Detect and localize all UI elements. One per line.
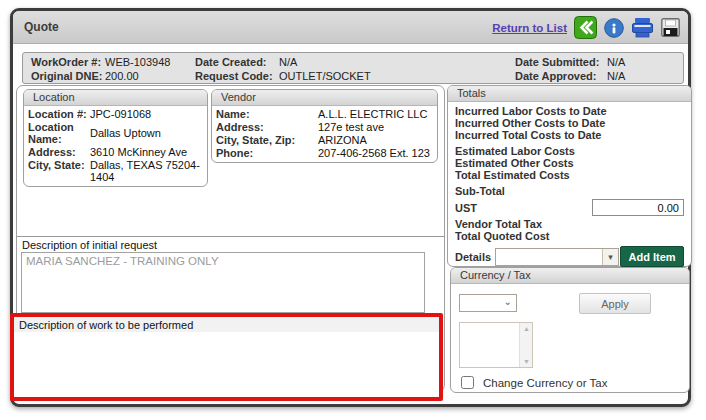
vendor-address-label: Address:: [216, 121, 318, 133]
change-currency-row: Change Currency or Tax: [461, 376, 607, 389]
save-icon[interactable]: [661, 18, 680, 37]
workorder-col-1: WorkOrder #: WEB-103948 Original DNE: 20…: [31, 55, 170, 83]
date-submitted-label: Date Submitted:: [515, 56, 607, 68]
ust-row: UST: [455, 199, 684, 216]
currency-tax-panel: Currency / Tax ⌄ Apply ▲ ▼ Change Curren…: [450, 267, 690, 393]
currency-tax-panel-header: Currency / Tax: [451, 268, 689, 284]
estimated-total-label: Total Estimated Costs: [455, 169, 684, 181]
location-panel-header: Location: [24, 90, 207, 106]
page-title: Quote: [24, 20, 59, 34]
location-name-value: Dallas Uptown: [90, 127, 203, 139]
total-quoted-cost-label: Total Quoted Cost: [455, 230, 684, 242]
incurred-total-label: Incurred Total Costs to Date: [455, 129, 684, 141]
date-submitted-value: N/A: [607, 56, 625, 68]
vendor-total-tax-label: Vendor Total Tax: [455, 218, 684, 230]
title-bar-actions: Return to List: [492, 11, 680, 44]
info-icon[interactable]: [604, 18, 624, 38]
incurred-other-label: Incurred Other Costs to Date: [455, 117, 684, 129]
request-code-value: OUTLET/SOCKET: [279, 70, 371, 82]
apply-button[interactable]: Apply: [579, 293, 651, 314]
initial-request-section: Description of initial request MARIA SAN…: [17, 236, 444, 313]
currency-select[interactable]: ⌄: [459, 294, 517, 312]
work-description-textarea[interactable]: [14, 332, 439, 397]
workorder-col-3: Date Submitted: N/A Date Approved: N/A: [515, 55, 625, 83]
date-created-label: Date Created:: [195, 56, 279, 68]
vendor-phone-label: Phone:: [216, 147, 318, 159]
vendor-address-value: 127e test ave: [318, 121, 433, 133]
details-label: Details: [455, 251, 491, 263]
location-city-state-value: Dallas, TEXAS 75204-1404: [90, 159, 203, 183]
location-fields: Location #: JPC-091068 Location Name: Da…: [24, 106, 207, 186]
location-number-value: JPC-091068: [90, 108, 203, 120]
estimated-labor-label: Estimated Labor Costs: [455, 145, 684, 157]
quote-page: Quote Return to List: [0, 0, 706, 420]
original-dne-label: Original DNE:: [31, 70, 105, 82]
currency-tax-body: ⌄ Apply ▲ ▼ Change Currency or Tax: [451, 284, 689, 392]
subtotal-label: Sub-Total: [455, 185, 684, 197]
add-item-button[interactable]: Add Item: [620, 246, 684, 267]
change-currency-checkbox[interactable]: [461, 376, 474, 389]
chevron-down-icon[interactable]: ▾: [602, 249, 618, 265]
scroll-up-icon[interactable]: ▲: [520, 323, 533, 334]
workorder-number-label: WorkOrder #:: [31, 56, 105, 68]
vendor-panel: Vendor Name: A.L.L. ELECTRIC LLC Address…: [211, 89, 438, 163]
title-bar: Quote Return to List: [13, 11, 688, 44]
location-panel: Location Location #: JPC-091068 Location…: [23, 89, 208, 187]
original-dne-value: 200.00: [105, 70, 170, 82]
date-created-value: N/A: [279, 56, 371, 68]
left-panel: Location Location #: JPC-091068 Location…: [16, 85, 445, 392]
initial-request-label: Description of initial request: [17, 237, 444, 252]
location-address-label: Address:: [28, 146, 90, 158]
change-currency-label: Change Currency or Tax: [483, 377, 607, 389]
scroll-down-icon[interactable]: ▼: [520, 356, 533, 367]
workorder-summary-bar: WorkOrder #: WEB-103948 Original DNE: 20…: [22, 52, 684, 84]
workorder-number-value: WEB-103948: [105, 56, 170, 68]
listbox-scrollbar[interactable]: ▲ ▼: [519, 323, 532, 367]
page-frame: Quote Return to List: [10, 8, 691, 407]
estimated-other-label: Estimated Other Costs: [455, 157, 684, 169]
print-icon[interactable]: [631, 17, 654, 38]
location-number-label: Location #:: [28, 108, 90, 120]
chevron-down-icon: ⌄: [504, 296, 512, 307]
totals-panel: Totals Incurred Labor Costs to Date Incu…: [447, 85, 692, 267]
request-code-label: Request Code:: [195, 70, 279, 82]
return-to-list-link[interactable]: Return to List: [492, 22, 567, 34]
location-city-state-label: City, State:: [28, 159, 90, 183]
vendor-name-label: Name:: [216, 108, 318, 120]
tax-listbox[interactable]: ▲ ▼: [459, 322, 533, 368]
vendor-phone-value: 207-406-2568 Ext. 123: [318, 147, 433, 159]
totals-panel-header: Totals: [448, 86, 691, 102]
date-approved-value: N/A: [607, 70, 625, 82]
date-approved-label: Date Approved:: [515, 70, 607, 82]
work-description-label: Description of work to be performed: [14, 317, 439, 333]
totals-body: Incurred Labor Costs to Date Incurred Ot…: [448, 102, 691, 284]
vendor-city-state-zip-label: City, State, Zip:: [216, 134, 318, 146]
location-address-value: 3610 McKinney Ave: [90, 146, 203, 158]
highlight-annotation-box: Description of work to be performed: [10, 313, 443, 401]
vendor-city-state-zip-value: ARIZONA: [318, 134, 433, 146]
vendor-name-value: A.L.L. ELECTRIC LLC: [318, 108, 433, 120]
location-name-label: Location Name:: [28, 121, 90, 145]
workorder-col-2: Date Created: N/A Request Code: OUTLET/S…: [195, 55, 371, 83]
double-chevron-left-icon[interactable]: [574, 16, 597, 39]
vendor-fields: Name: A.L.L. ELECTRIC LLC Address: 127e …: [212, 106, 437, 162]
details-select[interactable]: ▾: [495, 248, 619, 266]
vendor-panel-header: Vendor: [212, 90, 437, 106]
ust-input[interactable]: [592, 199, 684, 216]
initial-request-textarea[interactable]: MARIA SANCHEZ - TRAINING ONLY: [21, 252, 425, 313]
incurred-labor-label: Incurred Labor Costs to Date: [455, 105, 684, 117]
ust-label: UST: [455, 202, 477, 214]
details-row: Details ▾ Add Item: [455, 246, 684, 267]
